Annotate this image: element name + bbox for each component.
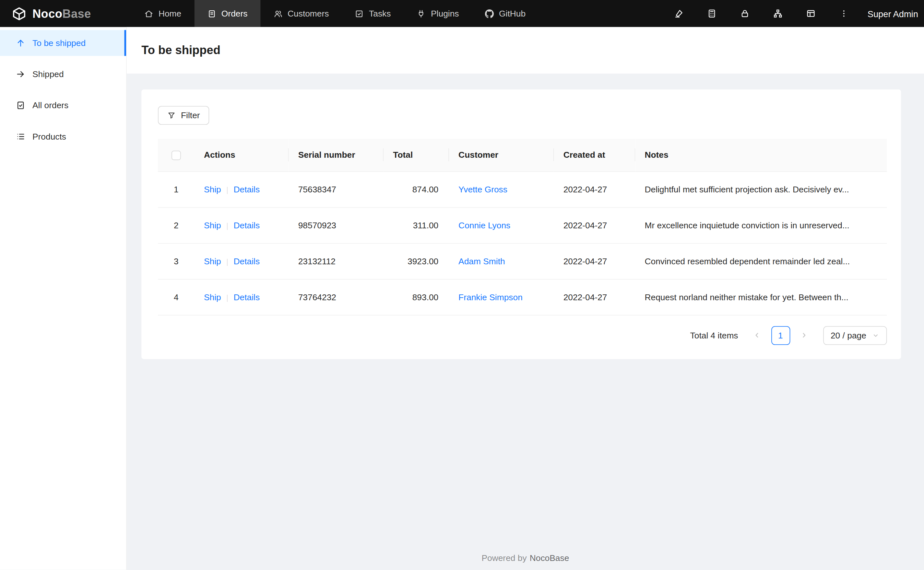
layout-button[interactable] bbox=[794, 0, 827, 27]
home-icon bbox=[144, 9, 153, 18]
lock-button[interactable] bbox=[729, 0, 761, 27]
created-cell: 2022-04-27 bbox=[554, 207, 635, 243]
row-index: 2 bbox=[158, 207, 195, 243]
nav-item-label: GitHub bbox=[499, 9, 526, 18]
ship-link[interactable]: Ship bbox=[204, 256, 221, 266]
order-file-icon bbox=[16, 101, 25, 110]
actions-cell: Ship|Details bbox=[195, 243, 289, 279]
select-all-checkbox[interactable] bbox=[172, 150, 181, 160]
customer-cell: Frankie Simpson bbox=[449, 279, 554, 315]
page-header: To be shipped bbox=[127, 27, 924, 74]
total-cell: 893.00 bbox=[384, 279, 449, 315]
ship-link[interactable]: Ship bbox=[204, 221, 221, 230]
row-index: 1 bbox=[158, 171, 195, 207]
nav-item-orders[interactable]: Orders bbox=[194, 0, 260, 27]
github-icon bbox=[485, 9, 494, 18]
serial-cell: 75638347 bbox=[289, 171, 384, 207]
column-header-serial: Serial number bbox=[289, 139, 384, 171]
nav-item-label: Plugins bbox=[431, 9, 459, 18]
filter-button[interactable]: Filter bbox=[158, 106, 209, 125]
ui-editor-button[interactable] bbox=[663, 0, 695, 27]
notes-cell: Delightful met sufficient projection ask… bbox=[635, 171, 887, 207]
pagination: Total 4 items 1 bbox=[158, 326, 887, 345]
ship-link[interactable]: Ship bbox=[204, 292, 221, 302]
more-button[interactable] bbox=[827, 0, 861, 27]
sidebar-item-label: All orders bbox=[32, 101, 68, 110]
collaboration-button[interactable] bbox=[761, 0, 795, 27]
page-content: Filter Actions Serial number Total bbox=[127, 74, 924, 549]
nav-item-plugins[interactable]: Plugins bbox=[404, 0, 472, 27]
user-menu[interactable]: Super Admin bbox=[867, 8, 918, 18]
action-divider: | bbox=[226, 221, 228, 230]
nav-item-home[interactable]: Home bbox=[131, 0, 194, 27]
notes-cell: Convinced resembled dependent remainder … bbox=[635, 243, 887, 279]
customer-link[interactable]: Yvette Gross bbox=[458, 185, 507, 194]
customers-icon bbox=[273, 9, 282, 18]
details-link[interactable]: Details bbox=[234, 292, 260, 302]
nav-item-github[interactable]: GitHub bbox=[472, 0, 538, 27]
customer-link[interactable]: Frankie Simpson bbox=[458, 292, 523, 302]
details-link[interactable]: Details bbox=[234, 185, 260, 194]
actions-cell: Ship|Details bbox=[195, 207, 289, 243]
layout: To be shipped Shipped All orders Product… bbox=[0, 27, 924, 570]
total-cell: 311.00 bbox=[384, 207, 449, 243]
column-header-created: Created at bbox=[554, 139, 635, 171]
footer-brand-link[interactable]: NocoBase bbox=[530, 553, 569, 563]
orders-table: Actions Serial number Total Customer Cre… bbox=[158, 139, 887, 315]
calculator-icon bbox=[707, 9, 716, 18]
next-page-button[interactable] bbox=[795, 326, 813, 345]
layout-icon bbox=[806, 9, 816, 18]
serial-cell: 73764232 bbox=[289, 279, 384, 315]
details-link[interactable]: Details bbox=[234, 221, 260, 230]
chevron-down-icon bbox=[872, 332, 879, 339]
nav-item-label: Orders bbox=[221, 9, 248, 18]
logo-text-primary: Noco bbox=[32, 7, 62, 20]
column-header-select bbox=[158, 139, 195, 171]
orders-card: Filter Actions Serial number Total bbox=[141, 89, 901, 359]
highlighter-icon bbox=[674, 9, 684, 18]
actions-cell: Ship|Details bbox=[195, 279, 289, 315]
table-row: 1 Ship|Details 75638347 874.00 Yvette Gr… bbox=[158, 171, 887, 207]
serial-cell: 23132112 bbox=[289, 243, 384, 279]
footer: Powered byNocoBase bbox=[127, 549, 924, 570]
sidebar: To be shipped Shipped All orders Product… bbox=[0, 27, 127, 570]
sidebar-item-to-be-shipped[interactable]: To be shipped bbox=[0, 30, 126, 56]
action-divider: | bbox=[226, 185, 228, 194]
lock-icon bbox=[740, 9, 750, 18]
table-header-row: Actions Serial number Total Customer Cre… bbox=[158, 139, 887, 171]
filter-icon bbox=[167, 112, 175, 120]
details-link[interactable]: Details bbox=[234, 256, 260, 266]
actions-cell: Ship|Details bbox=[195, 171, 289, 207]
sidebar-item-label: To be shipped bbox=[32, 38, 86, 48]
page-size-select[interactable]: 20 / page bbox=[823, 326, 887, 345]
calculator-button[interactable] bbox=[695, 0, 729, 27]
customer-link[interactable]: Connie Lyons bbox=[458, 221, 510, 230]
org-chart-icon bbox=[773, 9, 783, 18]
sidebar-item-products[interactable]: Products bbox=[0, 124, 126, 150]
page-1-button[interactable]: 1 bbox=[771, 326, 790, 345]
nav-item-label: Customers bbox=[288, 9, 329, 18]
nav-item-tasks[interactable]: Tasks bbox=[342, 0, 404, 27]
filter-button-label: Filter bbox=[181, 111, 200, 120]
app: NocoBase Home Orders Customers bbox=[0, 0, 924, 570]
action-divider: | bbox=[226, 293, 228, 302]
nocobase-logo[interactable]: NocoBase bbox=[0, 0, 127, 27]
nav-item-label: Home bbox=[158, 9, 181, 18]
ship-link[interactable]: Ship bbox=[204, 185, 221, 194]
table-row: 2 Ship|Details 98570923 311.00 Connie Ly… bbox=[158, 207, 887, 243]
row-index: 3 bbox=[158, 243, 195, 279]
created-cell: 2022-04-27 bbox=[554, 279, 635, 315]
prev-page-button[interactable] bbox=[748, 326, 766, 345]
customer-link[interactable]: Adam Smith bbox=[458, 256, 505, 266]
arrow-right-icon bbox=[16, 69, 25, 79]
pagination-total: Total 4 items bbox=[690, 331, 738, 340]
nav-item-label: Tasks bbox=[369, 9, 391, 18]
sidebar-item-shipped[interactable]: Shipped bbox=[0, 61, 126, 87]
nav-item-customers[interactable]: Customers bbox=[260, 0, 342, 27]
customer-cell: Yvette Gross bbox=[449, 171, 554, 207]
sidebar-item-all-orders[interactable]: All orders bbox=[0, 92, 126, 118]
logo-text: NocoBase bbox=[32, 7, 91, 20]
tasks-icon bbox=[355, 9, 363, 18]
powered-by-text: Powered by bbox=[481, 553, 527, 563]
serial-cell: 98570923 bbox=[289, 207, 384, 243]
